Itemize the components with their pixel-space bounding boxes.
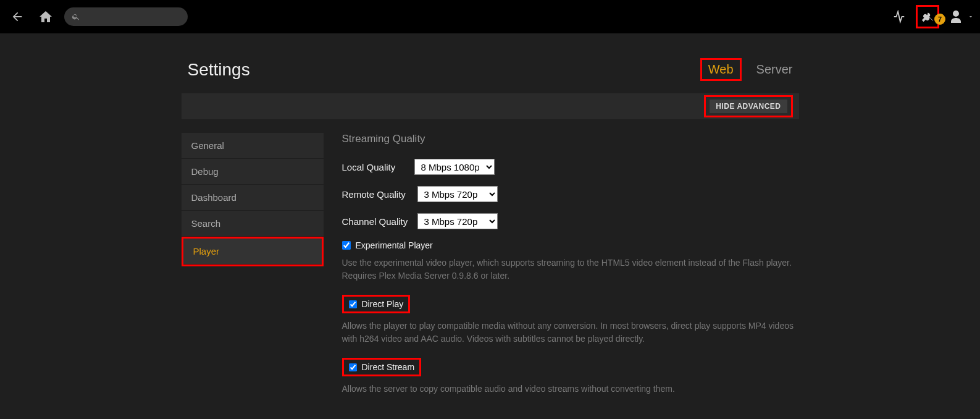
experimental-player-help: Use the experimental video player, which… [342,256,799,282]
sidebar-item-general[interactable]: General [182,133,324,159]
home-icon[interactable] [36,7,56,27]
direct-stream-label: Direct Stream [362,362,415,372]
chevron-down-icon[interactable] [968,12,974,22]
user-icon[interactable] [944,5,968,28]
settings-tabs: Web Server [700,58,793,81]
direct-stream-help: Allows the server to copy compatible aud… [342,383,799,396]
back-icon[interactable] [7,7,27,27]
settings-sidebar: General Debug Dashboard Search Player [182,133,324,266]
sidebar-item-search[interactable]: Search [182,211,324,237]
top-bar: 7 [0,0,980,33]
notification-badge: 7 [934,14,945,25]
direct-play-label: Direct Play [362,299,404,309]
page-title: Settings [188,60,250,80]
channel-quality-label: Channel Quality [342,216,410,227]
sidebar-item-debug[interactable]: Debug [182,159,324,185]
settings-content: Settings Web Server HIDE ADVANCED Genera… [182,58,799,408]
sidebar-item-dashboard[interactable]: Dashboard [182,185,324,211]
section-title: Streaming Quality [342,133,799,145]
tab-server[interactable]: Server [756,62,793,77]
channel-quality-select[interactable]: 3 Mbps 720p [417,213,498,229]
tab-web[interactable]: Web [700,58,742,81]
local-quality-select[interactable]: 8 Mbps 1080p [414,159,495,175]
hide-advanced-button[interactable]: HIDE ADVANCED [710,99,787,113]
local-quality-label: Local Quality [342,162,407,172]
experimental-player-label: Experimental Player [356,240,433,250]
direct-stream-checkbox[interactable] [349,363,357,371]
experimental-player-checkbox[interactable] [342,241,351,250]
remote-quality-label: Remote Quality [342,189,410,200]
direct-play-help: Allows the player to play compatible med… [342,320,799,345]
sidebar-item-player[interactable]: Player [183,239,322,265]
remote-quality-select[interactable]: 3 Mbps 720p [417,186,498,202]
search-input[interactable] [64,7,188,26]
advanced-bar: HIDE ADVANCED [182,93,799,119]
direct-play-checkbox[interactable] [349,300,357,308]
player-panel: Streaming Quality Local Quality 8 Mbps 1… [342,133,799,408]
activity-icon[interactable] [887,5,911,28]
